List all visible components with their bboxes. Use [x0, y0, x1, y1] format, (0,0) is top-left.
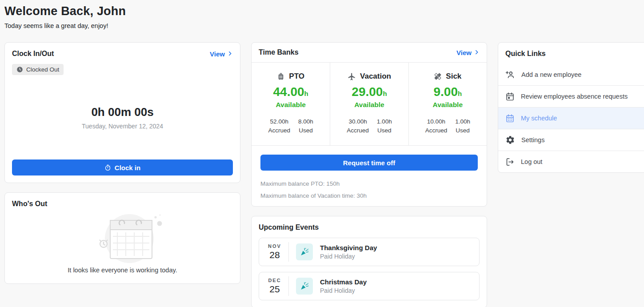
clock-icon: [16, 66, 23, 73]
stopwatch-icon: [104, 164, 111, 171]
bank-name: Vacation: [360, 72, 391, 81]
quick-link-label: Log out: [521, 158, 542, 165]
page-header: Welcome Back, John Today seems like a gr…: [4, 4, 644, 29]
bank-available-label: Available: [334, 101, 404, 109]
event-subtitle: Paid Holiday: [320, 287, 367, 294]
clock-view-label: View: [210, 50, 225, 58]
request-time-off-button[interactable]: Request time off: [260, 155, 478, 171]
column-left: Clock In/Out View Clocked Out 0h: [4, 42, 240, 284]
clock-in-button[interactable]: Clock in: [12, 159, 233, 175]
event-date: NOV 28: [265, 243, 284, 260]
timer-date: Tuesday, November 12, 2024: [82, 123, 163, 130]
bank-used: 8.00h Used: [298, 117, 313, 135]
clock-card-header: Clock In/Out View: [12, 50, 233, 58]
bank-available-label: Available: [412, 101, 483, 109]
bank-name: PTO: [289, 72, 304, 81]
whos-out-title: Who's Out: [12, 200, 233, 208]
party-popper-icon: [296, 278, 313, 295]
quick-link-review-absence-requests[interactable]: Review employees absence requests: [498, 85, 644, 107]
bank-name: Sick: [446, 72, 461, 81]
gear-icon: [505, 135, 515, 145]
quick-links-card: Quick Links Add a new employee: [498, 42, 644, 173]
time-banks-columns: PTO 44.00h Available 52.00h Accrued 8.00…: [252, 63, 487, 146]
quick-link-add-employee[interactable]: Add a new employee: [498, 64, 644, 85]
whos-out-empty-message: It looks like everyone is working today.: [12, 267, 233, 274]
time-banks-footer: Request time off Maximum balance PTO: 15…: [252, 146, 487, 206]
bank-vacation: Vacation 29.00h Available 30.00h Accrued…: [330, 63, 408, 145]
clock-in-label: Clock in: [115, 164, 140, 171]
event-row-christmas: DEC 25 Christmas Day: [259, 272, 480, 300]
chevron-right-icon: [474, 49, 480, 56]
quick-links-title: Quick Links: [498, 43, 644, 64]
logout-icon: [505, 157, 515, 167]
column-right: Quick Links Add a new employee: [498, 42, 644, 173]
max-balance-pto-note: Maximum balance PTO: 150h: [260, 180, 478, 187]
bank-available-value: 29.00h: [334, 86, 404, 98]
calendar-request-icon: [505, 92, 515, 101]
time-banks-view-link[interactable]: View: [456, 49, 480, 56]
whos-out-card: Who's Out: [4, 192, 240, 284]
calendar-month-icon: [505, 114, 515, 123]
party-popper-icon: [296, 243, 313, 260]
clock-card-title: Clock In/Out: [12, 50, 54, 58]
event-subtitle: Paid Holiday: [320, 253, 377, 260]
time-banks-title: Time Banks: [259, 48, 299, 56]
event-title: Thanksgiving Day: [320, 244, 377, 251]
chevron-right-icon: [227, 50, 233, 58]
bank-available-label: Available: [255, 101, 326, 109]
quick-link-label: Settings: [521, 136, 544, 144]
bank-accrued: 52.00h Accrued: [268, 117, 291, 135]
upcoming-events-card: Upcoming Events NOV 28: [251, 216, 487, 307]
bank-used: 1.00h Used: [455, 117, 470, 135]
bank-accrued: 10.00h Accrued: [425, 117, 448, 135]
bank-used: 1.00h Used: [377, 117, 392, 135]
dashboard-grid: Clock In/Out View Clocked Out 0h: [4, 42, 644, 307]
person-add-icon: [505, 70, 515, 80]
time-banks-card: Time Banks View: [251, 42, 487, 207]
airplane-icon: [348, 72, 356, 81]
luggage-icon: [277, 72, 285, 80]
page-title: Welcome Back, John: [4, 4, 644, 18]
page-subtitle: Today seems like a great day, enjoy!: [4, 22, 644, 29]
upcoming-events-title: Upcoming Events: [259, 223, 480, 231]
quick-link-settings[interactable]: Settings: [498, 129, 644, 151]
quick-link-log-out[interactable]: Log out: [498, 151, 644, 172]
time-banks-header: Time Banks View: [252, 43, 487, 63]
quick-link-label: Review employees absence requests: [521, 93, 628, 100]
max-balance-vacation-note: Maximum balance of Vacation time: 30h: [260, 192, 478, 199]
event-title: Christmas Day: [320, 278, 367, 286]
event-row-thanksgiving: NOV 28 Thanksgiving: [259, 238, 480, 266]
clock-view-link[interactable]: View: [210, 50, 233, 58]
empty-calendar-illustration: [12, 208, 233, 267]
bank-accrued: 30.00h Accrued: [347, 117, 369, 135]
clock-in-out-card: Clock In/Out View Clocked Out 0h: [4, 42, 240, 183]
event-date: DEC 25: [265, 278, 284, 295]
time-banks-view-label: View: [456, 49, 472, 56]
event-divider: [288, 276, 289, 296]
dashboard-page: Welcome Back, John Today seems like a gr…: [0, 0, 644, 307]
clock-status-badge: Clocked Out: [12, 64, 64, 75]
timer-value: 0h 00m 00s: [91, 105, 153, 119]
event-divider: [288, 242, 289, 262]
quick-link-my-schedule[interactable]: My schedule: [498, 107, 644, 129]
bank-sick: Sick 9.00h Available 10.00h Accrued 1.00…: [408, 63, 487, 145]
quick-link-label: My schedule: [521, 115, 557, 122]
bank-pto: PTO 44.00h Available 52.00h Accrued 8.00…: [252, 63, 330, 145]
bank-available-value: 44.00h: [255, 86, 326, 98]
column-middle: Time Banks View: [251, 42, 487, 307]
clock-status-label: Clocked Out: [26, 66, 59, 73]
timer-block: 0h 00m 00s Tuesday, November 12, 2024: [12, 75, 233, 159]
bandage-icon: [434, 72, 442, 80]
bank-available-value: 9.00h: [412, 86, 483, 98]
quick-link-label: Add a new employee: [521, 71, 581, 78]
